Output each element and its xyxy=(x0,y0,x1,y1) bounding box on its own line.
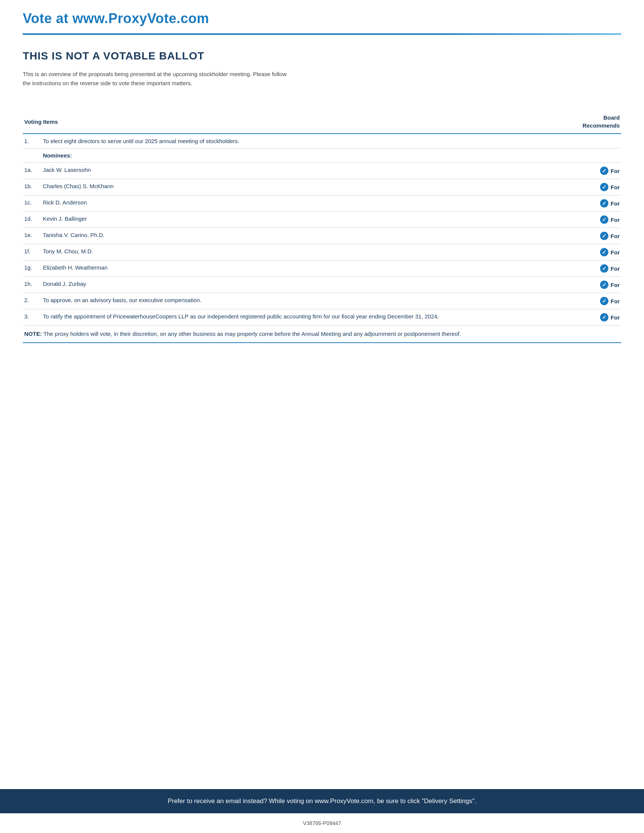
recommendation-cell-empty xyxy=(531,133,621,148)
recommendation-cell: For xyxy=(531,277,621,293)
for-label: For xyxy=(611,168,620,174)
item-text: Tony M. Chou, M.D. xyxy=(41,244,531,261)
note-text: The proxy holders will vote, in their di… xyxy=(43,331,461,337)
item-text: Donald J. Zurbay xyxy=(41,277,531,293)
table-row: 1a. Jack W. Lasersohn For xyxy=(23,163,621,179)
recommendation-cell: For xyxy=(531,261,621,277)
nominees-label: Nominees: xyxy=(41,148,621,163)
table-row: 1f. Tony M. Chou, M.D. For xyxy=(23,244,621,261)
recommendation-cell: For xyxy=(531,163,621,179)
table-row: 2. To approve, on an advisory basis, our… xyxy=(23,293,621,309)
for-badge: For xyxy=(600,264,620,273)
check-circle-icon xyxy=(600,313,609,322)
footer-code: V38766-P09447 xyxy=(0,813,644,833)
for-badge: For xyxy=(600,183,620,191)
item-text: To ratify the appointment of Pricewaterh… xyxy=(41,309,531,326)
item-text: Kevin J. Ballinger xyxy=(41,212,531,228)
recommendation-cell: For xyxy=(531,244,621,261)
item-num: 1f. xyxy=(23,244,41,261)
check-circle-icon xyxy=(600,232,609,240)
check-circle-icon xyxy=(600,215,609,224)
check-circle-icon xyxy=(600,248,609,256)
item-num xyxy=(23,148,41,163)
check-circle-icon xyxy=(600,199,609,207)
item-text: Charles (Chas) S. McKhann xyxy=(41,179,531,195)
col-board-header: Board Recommends xyxy=(531,111,621,133)
item-num: 1. xyxy=(23,133,41,148)
check-circle-icon xyxy=(600,183,609,191)
item-num: 1h. xyxy=(23,277,41,293)
for-label: For xyxy=(611,298,620,304)
for-label: For xyxy=(611,265,620,272)
item-num: 1c. xyxy=(23,195,41,212)
footer-banner: Prefer to receive an email instead? Whil… xyxy=(0,789,644,813)
recommendation-cell: For xyxy=(531,228,621,244)
item-text: Jack W. Lasersohn xyxy=(41,163,531,179)
table-row: 1b. Charles (Chas) S. McKhann For xyxy=(23,179,621,195)
item-text: To elect eight directors to serve until … xyxy=(41,133,531,148)
for-label: For xyxy=(611,314,620,321)
table-row: 1c. Rick D. Anderson For xyxy=(23,195,621,212)
for-label: For xyxy=(611,233,620,239)
item-num: 1e. xyxy=(23,228,41,244)
check-circle-icon xyxy=(600,167,609,175)
nominees-header-row: Nominees: xyxy=(23,148,621,163)
for-badge: For xyxy=(600,167,620,175)
for-label: For xyxy=(611,200,620,207)
check-circle-icon xyxy=(600,264,609,273)
recommendation-cell: For xyxy=(531,179,621,195)
table-row: 1. To elect eight directors to serve unt… xyxy=(23,133,621,148)
col-item-header: Voting Items xyxy=(23,111,531,133)
footer-banner-text: Prefer to receive an email instead? Whil… xyxy=(167,798,476,805)
main-content: THIS IS NOT A VOTABLE BALLOT This is an … xyxy=(0,35,644,574)
recommendation-cell: For xyxy=(531,293,621,309)
ballot-title: THIS IS NOT A VOTABLE BALLOT xyxy=(23,50,621,62)
for-badge: For xyxy=(600,281,620,289)
item-text: Tanisha V. Carino, Ph.D. xyxy=(41,228,531,244)
note-cell: NOTE: The proxy holders will vote, in th… xyxy=(23,326,621,343)
item-num: 1d. xyxy=(23,212,41,228)
recommendation-cell: For xyxy=(531,309,621,326)
for-label: For xyxy=(611,217,620,223)
voting-table: Voting Items Board Recommends 1. To elec… xyxy=(23,111,621,343)
item-num: 2. xyxy=(23,293,41,309)
header: Vote at www.ProxyVote.com xyxy=(0,0,644,35)
for-label: For xyxy=(611,249,620,256)
table-header-row: Voting Items Board Recommends xyxy=(23,111,621,133)
note-label: NOTE: xyxy=(24,331,42,337)
for-badge: For xyxy=(600,215,620,224)
check-circle-icon xyxy=(600,297,609,305)
for-badge: For xyxy=(600,248,620,256)
item-num: 1g. xyxy=(23,261,41,277)
item-text: Rick D. Anderson xyxy=(41,195,531,212)
for-label: For xyxy=(611,184,620,190)
item-text: To approve, on an advisory basis, our ex… xyxy=(41,293,531,309)
table-row: 3. To ratify the appointment of Pricewat… xyxy=(23,309,621,326)
item-text: Elizabeth H. Weatherman xyxy=(41,261,531,277)
check-circle-icon xyxy=(600,281,609,289)
table-row: 1d. Kevin J. Ballinger For xyxy=(23,212,621,228)
table-row: 1e. Tanisha V. Carino, Ph.D. For xyxy=(23,228,621,244)
for-badge: For xyxy=(600,232,620,240)
for-label: For xyxy=(611,282,620,288)
item-num: 1b. xyxy=(23,179,41,195)
ballot-description: This is an overview of the proposals bei… xyxy=(23,70,288,88)
header-title: Vote at www.ProxyVote.com xyxy=(23,11,621,26)
recommendation-cell: For xyxy=(531,195,621,212)
for-badge: For xyxy=(600,313,620,322)
table-row: 1h. Donald J. Zurbay For xyxy=(23,277,621,293)
item-num: 1a. xyxy=(23,163,41,179)
table-row: 1g. Elizabeth H. Weatherman For xyxy=(23,261,621,277)
for-badge: For xyxy=(600,199,620,207)
for-badge: For xyxy=(600,297,620,305)
recommendation-cell: For xyxy=(531,212,621,228)
note-row: NOTE: The proxy holders will vote, in th… xyxy=(23,326,621,343)
item-num: 3. xyxy=(23,309,41,326)
